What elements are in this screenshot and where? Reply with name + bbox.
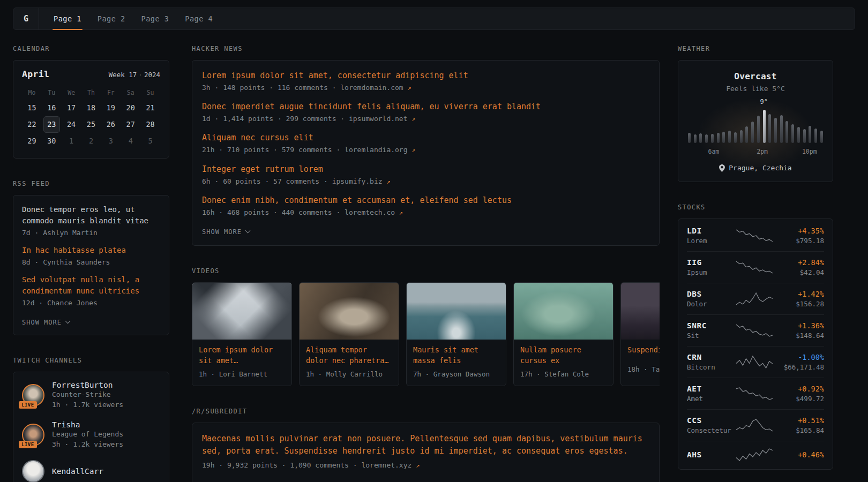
weather-time-label: 10pm: [802, 148, 817, 155]
channel-name[interactable]: Trisha: [52, 420, 123, 429]
stock-price: $66,171.48: [776, 363, 824, 371]
hn-item-stats: 3h · 148 points · 116 comments ·: [202, 84, 340, 92]
video-card[interactable]: Lorem ipsum dolor sit amet consectetu… 1…: [192, 282, 292, 386]
chevron-down-icon: [65, 319, 71, 324]
calendar-day: 25: [83, 116, 99, 133]
channel-info: ForrestBurton Counter-Strike 1h · 1.7k v…: [52, 381, 123, 410]
stock-symbol: AHS: [687, 450, 733, 459]
stock-symbol: CCS: [687, 416, 733, 425]
hn-item-domain[interactable]: ipsumify.biz: [332, 177, 383, 185]
calendar-widget: CALENDAR April Week 17·2024 Mo Tu: [13, 45, 169, 159]
weather-time-label: 2pm: [757, 148, 768, 155]
stock-change: -1.00%: [776, 353, 824, 362]
stock-sparkline: [733, 387, 776, 401]
video-title[interactable]: Suspendisse diam: [621, 340, 660, 361]
stock-row[interactable]: AET Amet +0.92% $499.72: [687, 378, 824, 409]
subreddit-post-domain[interactable]: loremnet.xyz: [361, 461, 411, 469]
hn-item-title[interactable]: Aliquam nec cursus elit: [202, 132, 649, 144]
hn-item-title[interactable]: Lorem ipsum dolor sit amet, consectetur …: [202, 70, 649, 81]
stocks-widget: STOCKS LDI Lorem +4.35% $795.18: [678, 204, 833, 470]
rss-item: In hac habitasse platea 8d · Cynthia Sau…: [22, 245, 160, 267]
stock-id: SNRC Sit: [687, 321, 733, 340]
stock-row[interactable]: AHS +0.46%: [687, 441, 824, 468]
video-thumbnail: [621, 283, 660, 340]
stock-price: $148.64: [776, 332, 824, 340]
middle-column: HACKER NEWS Lorem ipsum dolor sit amet, …: [192, 45, 660, 482]
calendar-day: 4: [122, 133, 139, 149]
stock-row[interactable]: SNRC Sit +1.36% $148.64: [687, 314, 824, 346]
twitch-channel-row[interactable]: LIVE ForrestBurton Counter-Strike 1h · 1…: [22, 381, 160, 410]
stock-name: Lorem: [687, 237, 733, 245]
hn-item-title[interactable]: Donec imperdiet augue tincidunt felis al…: [202, 101, 649, 112]
channel-name[interactable]: KendallCarr: [52, 467, 103, 476]
logo[interactable]: G: [13, 8, 39, 29]
hn-item-domain[interactable]: loremlandia.org: [345, 146, 407, 154]
hn-show-more-button[interactable]: SHOW MORE: [202, 228, 250, 236]
stock-change: +0.46%: [776, 450, 824, 459]
stock-row[interactable]: IIG Ipsum +2.84% $42.04: [687, 251, 824, 283]
stock-row[interactable]: CRN Bitcorn -1.00% $66,171.48: [687, 346, 824, 378]
avatar: LIVE: [22, 424, 44, 446]
weekday-label: Mo: [22, 89, 42, 96]
rss-item-meta: 8d · Cynthia Saunders: [22, 258, 160, 267]
stock-row[interactable]: DBS Dolor +1.42% $156.28: [687, 283, 824, 314]
nav-tab[interactable]: Page 2: [96, 8, 126, 29]
hn-item-meta: 21h · 710 points · 579 comments · loreml…: [202, 145, 649, 155]
twitch-channel-row[interactable]: LIVE Trisha League of Legends 3h · 1.2k …: [22, 420, 160, 449]
video-card[interactable]: Aliquam tempor dolor nec pharetra… 1h · …: [299, 282, 399, 386]
calendar-day: 27: [122, 116, 139, 133]
subreddit-card: Maecenas mollis pulvinar erat non posuer…: [192, 423, 660, 482]
video-title[interactable]: Aliquam tempor dolor nec pharetra…: [300, 340, 399, 366]
rss-item-title[interactable]: Donec tempor eros leo, ut commodo mauris…: [22, 204, 160, 227]
calendar-header: April Week 17·2024: [22, 69, 160, 79]
stock-row[interactable]: CCS Consectetur +0.51% $165.84: [687, 409, 824, 441]
nav-tab[interactable]: Page 1: [53, 8, 83, 29]
videos-section-title: VIDEOS: [192, 267, 660, 275]
subreddit-post-title[interactable]: Maecenas mollis pulvinar erat non posuer…: [202, 433, 649, 458]
video-title[interactable]: Nullam posuere cursus ex: [514, 340, 613, 366]
video-card[interactable]: Nullam posuere cursus ex 17h · Stefan Co…: [513, 282, 613, 386]
nav-tab[interactable]: Page 3: [140, 8, 170, 29]
hn-item-domain[interactable]: loremdomain.com: [340, 84, 403, 92]
stock-values: +1.36% $148.64: [776, 321, 824, 340]
calendar-day: 3: [102, 133, 119, 149]
hn-item-domain[interactable]: loremtech.co: [345, 208, 395, 216]
rss-widget: RSS FEED Donec tempor eros leo, ut commo…: [13, 180, 169, 335]
rss-item-title[interactable]: In hac habitasse platea: [22, 245, 160, 256]
hn-item: Aliquam nec cursus elit 21h · 710 points…: [202, 132, 649, 155]
location-pin-icon: [719, 164, 725, 172]
rss-item-title[interactable]: Sed volutpat nulla nisl, a condimentum n…: [22, 274, 160, 297]
rss-show-more-button[interactable]: SHOW MORE: [22, 319, 70, 326]
video-card[interactable]: Suspendisse diam 18h · Tara: [620, 282, 660, 386]
video-title[interactable]: Mauris sit amet massa felis: [407, 340, 506, 366]
hn-item-title[interactable]: Donec enim nibh, condimentum et accumsan…: [202, 195, 649, 206]
stock-id: IIG Ipsum: [687, 258, 733, 276]
weather-temp-label: 9°: [760, 98, 768, 106]
nav-tab[interactable]: Page 4: [184, 8, 214, 29]
hn-item-stats: 6h · 60 points · 57 comments ·: [202, 177, 332, 185]
stock-row[interactable]: LDI Lorem +4.35% $795.18: [687, 220, 824, 251]
stock-symbol: IIG: [687, 258, 733, 267]
hn-item-domain[interactable]: ipsumworld.net: [349, 115, 408, 123]
top-nav: G Page 1 Page 2 Page 3 Page 4: [13, 7, 855, 30]
weekday-label: Th: [81, 89, 101, 96]
stock-change: +1.36%: [776, 321, 824, 330]
video-title[interactable]: Lorem ipsum dolor sit amet consectetu…: [192, 340, 291, 366]
video-meta: 7h · Grayson Dawson: [407, 366, 506, 386]
weekday-label: Su: [140, 89, 160, 96]
hn-item-title[interactable]: Integer eget rutrum lorem: [202, 164, 649, 175]
calendar-card: April Week 17·2024 Mo Tu We Th: [13, 60, 169, 159]
external-link-icon: ↗: [411, 146, 415, 154]
logo-letter: G: [24, 14, 28, 24]
video-card[interactable]: Mauris sit amet massa felis 7h · Grayson…: [406, 282, 506, 386]
stock-id: AHS: [687, 450, 733, 459]
hn-item-meta: 6h · 60 points · 57 comments · ipsumify.…: [202, 177, 649, 186]
channel-info: KendallCarr: [52, 467, 103, 476]
nav-tabs: Page 1 Page 2 Page 3 Page 4: [39, 8, 221, 29]
twitch-channel-row[interactable]: KendallCarr: [22, 460, 160, 482]
calendar-week-label: Week 17·2024: [109, 71, 160, 79]
stock-price: $795.18: [776, 237, 824, 245]
channel-name[interactable]: ForrestBurton: [52, 381, 123, 389]
twitch-section-title: TWITCH CHANNELS: [13, 357, 169, 364]
video-meta: 18h · Tara: [621, 361, 660, 381]
